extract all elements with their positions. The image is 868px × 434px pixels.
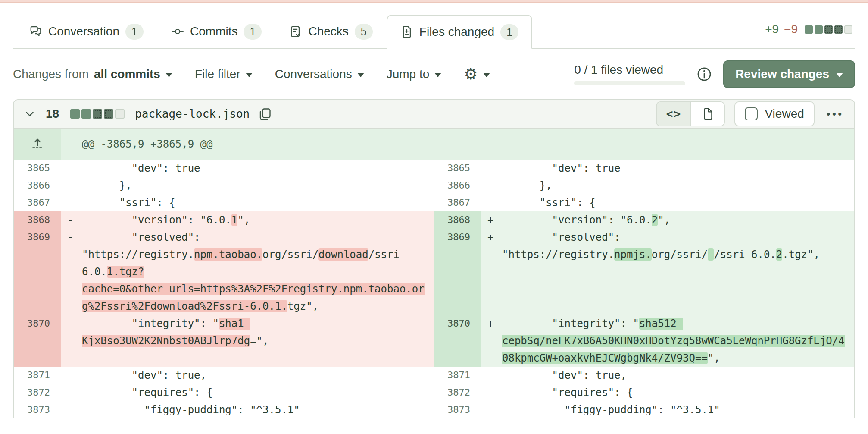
line-number[interactable]: 3871 bbox=[14, 367, 61, 384]
diffstat-block-deleted bbox=[824, 25, 833, 34]
code-line: "ssri": { bbox=[61, 194, 434, 211]
merge-status-banner-edge bbox=[0, 0, 868, 3]
tab-conversation[interactable]: Conversation1 bbox=[16, 14, 157, 48]
comment-discussion-icon bbox=[29, 25, 42, 38]
code-line: "dev": true bbox=[61, 160, 434, 177]
copy-file-name-icon[interactable] bbox=[258, 107, 272, 121]
chevron-down-icon bbox=[836, 73, 843, 77]
code-line: "figgy-pudding": "^3.5.1" bbox=[481, 401, 854, 418]
code-line: "ssri": { bbox=[481, 194, 854, 211]
deletions-count: −9 bbox=[784, 22, 798, 36]
line-number[interactable]: 3866 bbox=[434, 177, 481, 194]
tab-label: Conversation bbox=[48, 25, 119, 38]
file-diff-icon bbox=[400, 25, 413, 38]
diffstat-block-added bbox=[81, 109, 91, 119]
viewed-checkbox[interactable] bbox=[745, 107, 758, 120]
git-commit-icon bbox=[171, 25, 184, 38]
tab-commits[interactable]: Commits1 bbox=[157, 14, 275, 48]
code-icon: <> bbox=[666, 108, 681, 120]
tab-nav: Conversation1Commits1Checks5Files change… bbox=[13, 14, 855, 49]
diffstat-block-neutral bbox=[844, 25, 852, 34]
line-number[interactable]: 3867 bbox=[14, 194, 61, 211]
chevron-down-icon bbox=[483, 73, 490, 77]
diffstat-block-neutral bbox=[115, 109, 125, 119]
file-lines-changed: 18 bbox=[46, 107, 59, 121]
file-diff-card: 18 package-lock.json <> Viewed bbox=[13, 99, 855, 418]
line-number[interactable]: 3873 bbox=[14, 401, 61, 418]
line-number[interactable]: 3869 bbox=[14, 229, 61, 315]
addition-marker: + bbox=[487, 211, 493, 229]
line-number[interactable]: 3873 bbox=[434, 401, 481, 418]
diff-view-toggle: <> bbox=[656, 101, 725, 126]
file-header: 18 package-lock.json <> Viewed bbox=[14, 100, 854, 129]
line-number[interactable]: 3867 bbox=[434, 194, 481, 211]
line-number[interactable]: 3866 bbox=[14, 177, 61, 194]
tab-label: Commits bbox=[190, 25, 237, 38]
line-number[interactable]: 3870 bbox=[14, 315, 61, 367]
line-number[interactable]: 3868 bbox=[434, 211, 481, 229]
line-number[interactable]: 3865 bbox=[434, 160, 481, 177]
review-changes-button[interactable]: Review changes bbox=[723, 60, 855, 88]
conversations-dropdown[interactable]: Conversations bbox=[275, 67, 364, 82]
kebab-menu-icon[interactable]: ••• bbox=[824, 109, 846, 119]
code-line: + "version": "6.0.2", bbox=[481, 211, 854, 229]
line-number[interactable]: 3869 bbox=[434, 229, 481, 315]
code-line: - "version": "6.0.1", bbox=[61, 211, 434, 229]
diffstat-block-added bbox=[70, 109, 80, 119]
diff-table: @@ -3865,9 +3865,9 @@3865 "dev": true386… bbox=[14, 129, 854, 418]
hunk-header: @@ -3865,9 +3865,9 @@ bbox=[61, 129, 854, 160]
file-name: package-lock.json bbox=[135, 107, 250, 120]
code-line: "dev": true bbox=[481, 160, 854, 177]
changes-from-dropdown[interactable]: Changes from all commits bbox=[13, 67, 172, 82]
line-number[interactable]: 3870 bbox=[434, 315, 481, 367]
addition-marker: + bbox=[487, 229, 493, 246]
tab-label: Files changed bbox=[419, 26, 494, 38]
diffstat-block-added bbox=[805, 25, 813, 34]
jump-to-dropdown[interactable]: Jump to bbox=[387, 67, 442, 82]
viewed-toggle[interactable]: Viewed bbox=[734, 101, 814, 126]
deletion-marker: - bbox=[67, 229, 73, 246]
line-number[interactable]: 3871 bbox=[434, 367, 481, 384]
code-line: "requires": { bbox=[61, 384, 434, 401]
tab-files-changed[interactable]: Files changed1 bbox=[387, 15, 532, 49]
collapse-file-chevron-icon[interactable] bbox=[22, 107, 38, 120]
line-number[interactable]: 3872 bbox=[14, 384, 61, 401]
line-number[interactable]: 3872 bbox=[434, 384, 481, 401]
files-viewed-progress-bar bbox=[574, 81, 685, 85]
diff-toolbar: Changes from all commits File filter Con… bbox=[13, 60, 855, 88]
expand-hunk-button[interactable] bbox=[14, 129, 61, 160]
tab-count-badge: 1 bbox=[500, 24, 518, 40]
source-diff-button[interactable]: <> bbox=[657, 102, 690, 126]
info-icon[interactable] bbox=[696, 66, 712, 82]
line-number[interactable]: 3868 bbox=[14, 211, 61, 229]
file-filter-dropdown[interactable]: File filter bbox=[195, 67, 253, 82]
tab-checks[interactable]: Checks5 bbox=[275, 14, 386, 48]
diffstat: +9 −9 bbox=[765, 22, 852, 48]
diffstat-block-deleted bbox=[834, 25, 843, 34]
code-line: "figgy-pudding": "^3.5.1" bbox=[61, 401, 434, 418]
chevron-down-icon bbox=[357, 73, 364, 77]
diffstat-block-deleted bbox=[93, 109, 102, 119]
code-line: "dev": true, bbox=[481, 367, 854, 384]
code-line: + "resolved": "https://registry.npmjs.or… bbox=[481, 229, 854, 315]
files-viewed-progress: 0 / 1 files viewed bbox=[574, 63, 685, 85]
diff-settings-dropdown[interactable]: ⚙ bbox=[464, 66, 490, 82]
line-number[interactable]: 3865 bbox=[14, 160, 61, 177]
tab-count-badge: 5 bbox=[355, 24, 373, 40]
file-icon bbox=[701, 107, 714, 120]
rich-diff-button[interactable] bbox=[690, 102, 724, 126]
chevron-down-icon bbox=[434, 73, 441, 77]
chevron-down-icon bbox=[165, 73, 172, 77]
code-line: - "integrity": "sha1-KjxBso3UW2K2Nnbst0A… bbox=[61, 315, 434, 367]
expand-up-icon bbox=[14, 135, 61, 150]
addition-marker: + bbox=[487, 315, 493, 332]
deletion-marker: - bbox=[67, 315, 73, 332]
file-diffstat-blocks bbox=[70, 109, 125, 119]
files-viewed-label: 0 / 1 files viewed bbox=[574, 63, 663, 77]
code-line: "requires": { bbox=[481, 384, 854, 401]
tab-label: Checks bbox=[308, 25, 348, 38]
tab-count-badge: 1 bbox=[125, 24, 144, 40]
code-line: - "resolved": "https://registry.npm.taob… bbox=[61, 229, 434, 315]
checklist-icon bbox=[289, 25, 302, 38]
code-line: "dev": true, bbox=[61, 367, 434, 384]
